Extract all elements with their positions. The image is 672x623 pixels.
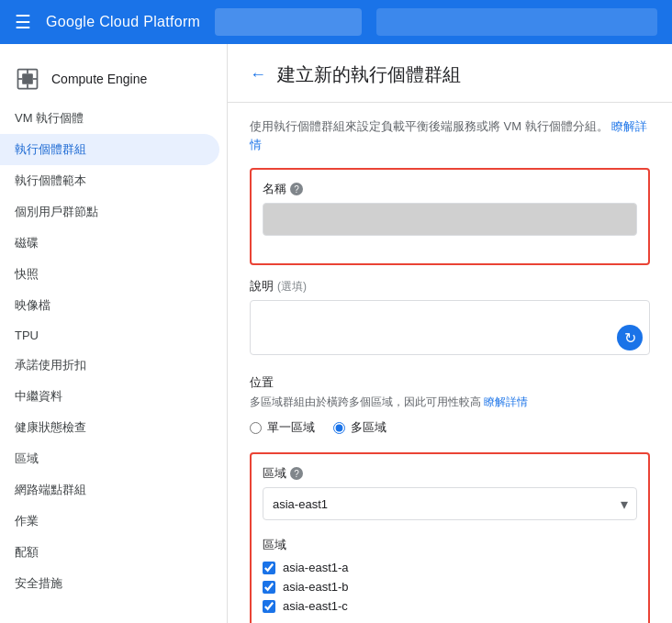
name-help-icon[interactable]: ? xyxy=(290,183,303,195)
sidebar-title: Compute Engine xyxy=(51,72,147,86)
sidebar-item-instance-groups[interactable]: 執行個體群組 xyxy=(0,134,219,165)
page-title: 建立新的執行個體群組 xyxy=(277,62,461,87)
name-input[interactable] xyxy=(263,203,637,236)
description-textarea-wrap: ↻ xyxy=(250,300,650,358)
region-help-icon[interactable]: ? xyxy=(290,467,303,480)
project-selector[interactable] xyxy=(215,8,362,36)
sidebar-item-instance-templates[interactable]: 執行個體範本 xyxy=(0,165,219,196)
sidebar-item-zones[interactable]: 區域 xyxy=(0,443,219,474)
page-description: 使用執行個體群組來設定負載平衡後端服務或將 VM 執行個體分組。 瞭解詳情 xyxy=(250,117,650,153)
multi-region-radio[interactable]: 多區域 xyxy=(333,419,386,436)
zones-checkbox-group: 區域 asia-east1-a asia-east1-b asia-east1-… xyxy=(263,537,637,613)
sidebar-item-health-checks[interactable]: 健康狀態檢查 xyxy=(0,412,219,443)
region-field-group: 區域 ? asia-east1 asia-east2 asia-northeas… xyxy=(263,465,637,520)
refresh-button[interactable]: ↻ xyxy=(617,325,643,350)
sidebar-item-committed-use[interactable]: 承諾使用折扣 xyxy=(0,350,219,381)
description-field-group: 說明 (選填) ↻ xyxy=(250,278,650,358)
zone-b-input[interactable] xyxy=(263,581,275,594)
position-radio-group: 單一區域 多區域 xyxy=(250,419,650,436)
svg-rect-1 xyxy=(22,73,33,84)
search-bar[interactable] xyxy=(376,8,657,36)
sidebar-item-quota[interactable]: 配額 xyxy=(0,537,219,568)
region-label: 區域 ? xyxy=(263,465,637,482)
sidebar-item-disk[interactable]: 磁碟 xyxy=(0,228,219,259)
sidebar-header: Compute Engine xyxy=(0,51,227,103)
sidebar-item-images[interactable]: 映像檔 xyxy=(0,290,219,321)
position-learn-more[interactable]: 瞭解詳情 xyxy=(484,395,528,408)
description-label: 說明 (選填) xyxy=(250,278,650,295)
name-field-highlight: 名稱 ? xyxy=(250,168,650,265)
top-bar: ☰ Google Cloud Platform xyxy=(0,0,672,44)
position-subtitle: 多區域群組由於橫跨多個區域，因此可用性較高 瞭解詳情 xyxy=(250,395,650,410)
region-select[interactable]: asia-east1 asia-east2 asia-northeast1 us… xyxy=(263,487,637,520)
sidebar-item-tpu[interactable]: TPU xyxy=(0,321,219,350)
single-region-radio-input[interactable] xyxy=(250,422,262,434)
sidebar-item-snapshot[interactable]: 快照 xyxy=(0,259,219,290)
name-label: 名稱 ? xyxy=(263,181,637,197)
single-region-radio[interactable]: 單一區域 xyxy=(250,419,315,436)
position-label: 位置 xyxy=(250,374,650,391)
sidebar-item-security[interactable]: 安全措施 xyxy=(0,568,219,599)
app-title: Google Cloud Platform xyxy=(46,14,200,30)
main-content: ← 建立新的執行個體群組 使用執行個體群組來設定負載平衡後端服務或將 VM 執行… xyxy=(228,44,672,623)
page-body: 使用執行個體群組來設定負載平衡後端服務或將 VM 執行個體分組。 瞭解詳情 名稱… xyxy=(228,103,672,623)
back-button[interactable]: ← xyxy=(250,65,266,84)
zone-c-input[interactable] xyxy=(263,600,275,613)
sidebar: Compute Engine VM 執行個體 執行個體群組 執行個體範本 個別用… xyxy=(0,44,228,623)
sidebar-item-solo-user-nodes[interactable]: 個別用戶群節點 xyxy=(0,196,219,228)
name-field-group: 名稱 ? xyxy=(263,181,637,236)
position-field-group: 位置 多區域群組由於橫跨多個區域，因此可用性較高 瞭解詳情 單一區域 多區域 xyxy=(250,374,650,436)
zone-a-input[interactable] xyxy=(263,562,275,574)
sidebar-item-metadata[interactable]: 中繼資料 xyxy=(0,381,219,412)
sidebar-item-jobs[interactable]: 作業 xyxy=(0,506,219,537)
sidebar-item-network-endpoint-groups[interactable]: 網路端點群組 xyxy=(0,474,219,506)
zone-b-checkbox[interactable]: asia-east1-b xyxy=(263,580,637,594)
hamburger-icon[interactable]: ☰ xyxy=(15,11,31,33)
region-zones-highlight: 區域 ? asia-east1 asia-east2 asia-northeas… xyxy=(250,452,650,623)
region-select-wrap: asia-east1 asia-east2 asia-northeast1 us… xyxy=(263,487,637,520)
compute-engine-icon xyxy=(15,66,40,92)
description-textarea[interactable] xyxy=(250,300,650,355)
multi-region-radio-input[interactable] xyxy=(333,422,345,434)
zone-c-checkbox[interactable]: asia-east1-c xyxy=(263,599,637,613)
page-header: ← 建立新的執行個體群組 xyxy=(228,44,672,103)
zone-a-checkbox[interactable]: asia-east1-a xyxy=(263,561,637,574)
sidebar-item-vm-instances[interactable]: VM 執行個體 xyxy=(0,103,219,134)
zones-label: 區域 xyxy=(263,537,637,553)
